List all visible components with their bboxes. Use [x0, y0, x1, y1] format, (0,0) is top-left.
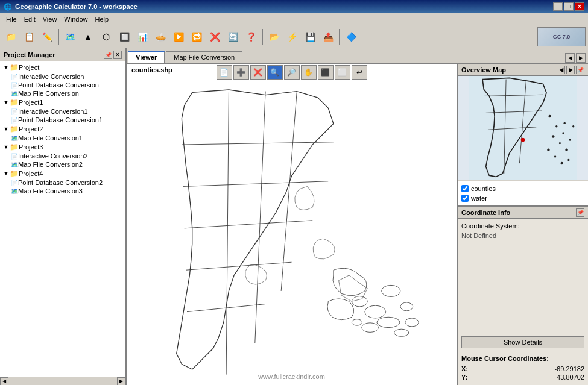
- panel-close-btn[interactable]: ✕: [113, 51, 122, 59]
- layer-counties-checkbox[interactable]: [461, 185, 469, 192]
- menu-help[interactable]: Help: [91, 14, 112, 24]
- tree-point-db-conversion1[interactable]: 📄 Point Database Conversion1: [10, 116, 124, 124]
- doc-icon: 📄: [11, 108, 18, 115]
- tree-project2[interactable]: ▼ 📁 Project2: [1, 124, 124, 134]
- toolbar-edit[interactable]: ✏️: [39, 28, 55, 45]
- restore-button[interactable]: □: [564, 2, 574, 11]
- map-btn-zoom-prev[interactable]: ↩: [352, 65, 367, 80]
- menu-view[interactable]: View: [39, 14, 61, 24]
- overview-prev-btn[interactable]: ◀: [557, 66, 565, 74]
- svg-point-36: [572, 125, 574, 127]
- tree-mfc3-label: Map File Conversion3: [18, 187, 83, 195]
- scroll-left-btn[interactable]: ◀: [0, 377, 8, 386]
- doc-icon: 🗺️: [11, 161, 18, 168]
- map-btn-zoom-in[interactable]: 🔍: [267, 65, 283, 80]
- map-area[interactable]: counties.shp 📄 ➕ ❌ 🔍 🔎 ✋ ⬛ ⬜ ↩: [127, 64, 457, 385]
- coord-pin-btn[interactable]: 📌: [576, 208, 584, 217]
- toolbar-cancel[interactable]: ❌: [206, 28, 223, 45]
- tree-project3-children: 📄 Interactive Conversion2 🗺️ Map File Co…: [1, 152, 124, 169]
- minimize-button[interactable]: –: [553, 2, 563, 11]
- map-btn-select-rect[interactable]: ⬛: [318, 65, 334, 80]
- map-btn-add[interactable]: ➕: [233, 65, 249, 80]
- tab-nav-prev[interactable]: ◀: [565, 53, 575, 63]
- watermark: www.fullcrackindir.com: [258, 373, 325, 380]
- cursor-coords-title: Mouse Cursor Coordinates:: [461, 355, 584, 362]
- toolbar-save[interactable]: 💾: [302, 28, 318, 45]
- show-details-button[interactable]: Show Details: [461, 336, 584, 348]
- tree-interactive-label: Interactive Conversion: [18, 73, 84, 80]
- tree-map-file-conversion[interactable]: 🗺️ Map File Conversion: [10, 89, 124, 98]
- toolbar-pie[interactable]: 🥧: [152, 28, 169, 45]
- map-btn-remove[interactable]: ❌: [250, 65, 266, 80]
- menu-edit[interactable]: Edit: [21, 14, 39, 24]
- overview-pin-btn[interactable]: 📌: [576, 66, 584, 74]
- toolbar-help[interactable]: ❓: [242, 28, 259, 45]
- panel-pin-btn[interactable]: 📌: [104, 51, 112, 59]
- tab-bar: Viewer Map File Conversion ◀ ▶: [127, 48, 588, 64]
- tree-ic2-label: Interactive Conversion2: [18, 152, 88, 160]
- toolbar-chart[interactable]: 📊: [134, 28, 151, 45]
- coord-x-value: -69.29182: [554, 365, 584, 372]
- tree-map-file-conversion2[interactable]: 🗺️ Map File Conversion2: [10, 160, 124, 169]
- tree-project2-label: Project2: [19, 125, 43, 133]
- toolbar-folder-open[interactable]: 📂: [265, 28, 282, 45]
- folder-icon: 📁: [10, 125, 19, 133]
- map-canvas[interactable]: www.fullcrackindir.com: [127, 82, 457, 385]
- title-bar: 🌐 Geographic Calculator 7.0 - workspace …: [0, 0, 588, 13]
- tree-project4[interactable]: ▼ 📁 Project4: [1, 169, 124, 178]
- tree-project[interactable]: ▼ 📁 Project: [1, 63, 124, 72]
- toolbar-new[interactable]: 📁: [2, 28, 19, 45]
- layer-water-checkbox[interactable]: [461, 195, 469, 202]
- toolbar-open[interactable]: 📋: [21, 28, 37, 45]
- toolbar-export[interactable]: 📤: [320, 28, 337, 45]
- expand-icon: ▼: [2, 64, 10, 70]
- svg-point-29: [565, 149, 567, 151]
- scroll-right-btn[interactable]: ▶: [117, 377, 125, 386]
- map-btn-new[interactable]: 📄: [217, 65, 232, 80]
- toolbar-refresh[interactable]: 🔁: [188, 28, 205, 45]
- coord-info-header: Coordinate Info 📌: [458, 207, 588, 219]
- tree-point-db-conversion2[interactable]: 📄 Point Database Conversion2: [10, 178, 124, 187]
- map-btn-full-extent[interactable]: ⬜: [335, 65, 350, 80]
- map-btn-pan[interactable]: ✋: [301, 65, 317, 80]
- tree-point-db-conversion[interactable]: 📄 Point Database Conversion: [10, 81, 124, 89]
- toolbar-hex[interactable]: ⬡: [98, 28, 115, 45]
- app-icon: 🌐: [4, 3, 12, 11]
- overview-next-btn[interactable]: ▶: [566, 66, 575, 74]
- map-btn-zoom-out[interactable]: 🔎: [284, 65, 300, 80]
- app-title: Geographic Calculator 7.0 - workspace: [15, 3, 138, 10]
- tree-point-db-label: Point Database Conversion: [18, 81, 99, 89]
- tree-pdc1-label: Point Database Conversion1: [18, 116, 103, 124]
- toolbar-tri[interactable]: ▲: [80, 28, 96, 45]
- tree-interactive-conversion[interactable]: 📄 Interactive Conversion: [10, 72, 124, 81]
- tab-map-file-conversion[interactable]: Map File Conversion: [166, 51, 242, 63]
- tree-interactive-conversion2[interactable]: 📄 Interactive Conversion2: [10, 152, 124, 160]
- doc-icon: 📄: [11, 153, 18, 160]
- tree-interactive-conversion1[interactable]: 📄 Interactive Conversion1: [10, 107, 124, 116]
- toolbar-rect[interactable]: 🔲: [116, 28, 133, 45]
- overview-map-header: Overview Map ◀ ▶ 📌: [458, 64, 588, 76]
- toolbar-play[interactable]: ▶️: [170, 28, 187, 45]
- toolbar-sync[interactable]: 🔄: [224, 28, 241, 45]
- horizontal-scrollbar[interactable]: ◀ ▶: [0, 377, 125, 385]
- menu-file[interactable]: File: [2, 14, 21, 24]
- toolbar-lightning[interactable]: ⚡: [283, 28, 300, 45]
- expand-icon: ▼: [2, 99, 10, 105]
- svg-point-25: [555, 125, 557, 127]
- overview-map-content[interactable]: [458, 76, 588, 180]
- menu-window[interactable]: Window: [60, 14, 91, 24]
- right-sidebar: Overview Map ◀ ▶ 📌: [457, 64, 588, 385]
- close-button[interactable]: ✕: [575, 2, 584, 11]
- svg-point-33: [561, 162, 563, 164]
- tab-nav-next[interactable]: ▶: [576, 53, 586, 63]
- toolbar-map[interactable]: 🗺️: [62, 28, 78, 45]
- tab-viewer[interactable]: Viewer: [128, 51, 165, 63]
- toolbar-geo[interactable]: 🔷: [343, 28, 359, 45]
- tree-project3[interactable]: ▼ 📁 Project3: [1, 142, 124, 152]
- toolbar-sep-1: [58, 29, 59, 45]
- tree-project1[interactable]: ▼ 📁 Project1: [1, 98, 124, 107]
- tree-map-file-conversion3[interactable]: 🗺️ Map File Conversion3: [10, 187, 124, 195]
- scroll-track[interactable]: [8, 377, 117, 386]
- content-area: counties.shp 📄 ➕ ❌ 🔍 🔎 ✋ ⬛ ⬜ ↩: [127, 64, 588, 385]
- tree-map-file-conversion1[interactable]: 🗺️ Map File Conversion1: [10, 134, 124, 142]
